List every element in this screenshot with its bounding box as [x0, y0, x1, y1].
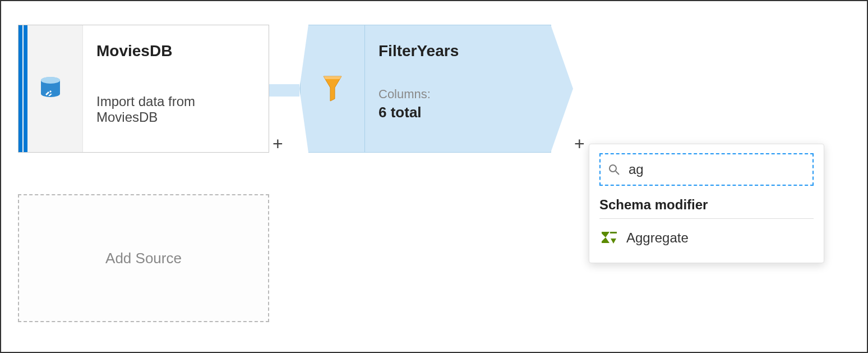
source-node[interactable]: MoviesDB Import data from MoviesDB: [18, 25, 269, 153]
source-description: Import data from MoviesDB: [96, 94, 255, 125]
option-aggregate[interactable]: Aggregate: [599, 227, 814, 253]
source-body: MoviesDB Import data from MoviesDB: [83, 25, 269, 152]
filter-title: FilterYears: [378, 42, 537, 60]
svg-rect-4: [610, 232, 617, 233]
filter-arrow-tip: [551, 25, 573, 153]
add-transform-after-source[interactable]: +: [273, 134, 283, 154]
svg-line-3: [616, 171, 619, 175]
search-icon: [608, 164, 620, 175]
database-source-icon: [39, 76, 62, 101]
search-box[interactable]: [599, 153, 814, 186]
filter-node[interactable]: FilterYears Columns: 6 total: [300, 25, 551, 153]
filter-columns-value: 6 total: [378, 104, 537, 121]
svg-point-2: [610, 165, 616, 172]
aggregate-icon: [601, 231, 617, 245]
funnel-icon: [322, 75, 343, 102]
transform-group-label: Schema modifier: [599, 197, 814, 219]
filter-body: FilterYears Columns: 6 total: [365, 25, 551, 152]
filter-columns-label: Columns:: [378, 87, 537, 102]
add-source-placeholder[interactable]: Add Source: [18, 194, 269, 322]
option-aggregate-label: Aggregate: [626, 230, 689, 246]
add-transform-after-filter[interactable]: +: [574, 134, 585, 154]
add-source-label: Add Source: [105, 250, 182, 267]
search-input[interactable]: [627, 161, 805, 178]
source-title: MoviesDB: [96, 42, 255, 60]
filter-icon-panel: [301, 25, 365, 152]
transform-picker-popup: Schema modifier Aggregate: [589, 144, 824, 263]
svg-point-1: [41, 77, 60, 84]
source-icon-panel: [19, 25, 83, 152]
filter-notch: [299, 89, 308, 153]
connector: [269, 84, 304, 97]
filter-notch: [299, 25, 308, 89]
